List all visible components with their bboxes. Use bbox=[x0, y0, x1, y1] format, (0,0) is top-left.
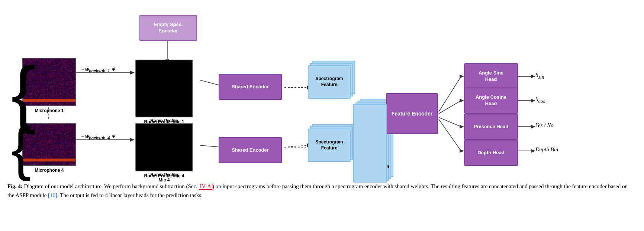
depth-head-label: Depth Head bbox=[477, 150, 504, 156]
svg-marker-19 bbox=[460, 75, 464, 78]
svg-marker-29 bbox=[531, 99, 535, 102]
svg-line-18 bbox=[439, 76, 461, 112]
angle-sine-head-label: Angle Sine Head bbox=[479, 70, 503, 83]
svg-marker-33 bbox=[531, 149, 535, 153]
spec-feature-2-box: Spectrogram Feature bbox=[308, 129, 351, 162]
empty-spec-encoder-label: Empty Spec. Encoder bbox=[154, 22, 183, 34]
shared-encoder-2-label: Shared Encoder bbox=[232, 147, 269, 154]
svg-line-24 bbox=[439, 119, 461, 151]
feature-encoder-label: Feature Encoder bbox=[392, 110, 432, 117]
room-profile-1-text: Room ProfileMic 1 bbox=[135, 118, 193, 129]
diagram-area: Empty Spec. Encoder Microphone 1 Microph… bbox=[7, 7, 637, 179]
output-theta-cos: θcos bbox=[535, 96, 545, 104]
svg-line-14 bbox=[284, 145, 308, 147]
spec-feature-1-box: Spectrogram Feature bbox=[308, 65, 351, 99]
feature-encoder-box: Feature Encoder bbox=[386, 93, 438, 134]
svg-marker-23 bbox=[460, 125, 464, 129]
presence-head-box: Presence Head bbox=[464, 114, 518, 140]
svg-marker-7 bbox=[130, 138, 135, 142]
svg-line-20 bbox=[439, 101, 461, 114]
output-yes-no: Yes / No bbox=[535, 122, 554, 129]
figure-caption: Fig. 4: Diagram of our model architectur… bbox=[7, 182, 632, 200]
svg-marker-5 bbox=[130, 71, 135, 75]
w-backsub-4-label: − wbacksub_4 ∗ bbox=[81, 133, 115, 140]
svg-marker-27 bbox=[531, 75, 535, 78]
output-theta-sin: θsin bbox=[535, 72, 544, 80]
angle-cosine-head-label: Angle Cosine Head bbox=[476, 94, 506, 107]
caption-link[interactable]: IV-A bbox=[199, 183, 212, 190]
svg-line-8 bbox=[200, 80, 221, 86]
shared-encoder-1-label: Shared Encoder bbox=[232, 84, 269, 90]
svg-marker-25 bbox=[460, 149, 464, 153]
svg-line-10 bbox=[200, 145, 221, 147]
brace2: { bbox=[11, 117, 31, 179]
room-profile-mic4-box bbox=[135, 123, 193, 171]
shared-encoder-1-box: Shared Encoder bbox=[219, 74, 282, 100]
caption-text-3: . The output is fed to 4 linear layer he… bbox=[57, 192, 203, 198]
caption-cite: [10] bbox=[48, 192, 57, 198]
room-profile-4-text: Room ProfileMic 4 bbox=[135, 172, 193, 183]
svg-line-22 bbox=[439, 117, 461, 127]
spec-feature-1-label: Spectrogram Feature bbox=[315, 76, 343, 88]
output-depth-bin: Depth Bin bbox=[535, 146, 558, 153]
depth-head-box: Depth Head bbox=[464, 140, 518, 166]
svg-marker-21 bbox=[460, 99, 464, 102]
angle-sine-head-box: Angle Sine Head bbox=[464, 63, 518, 89]
w-backsub-1-label: − wbacksub_1 ∗ bbox=[81, 66, 115, 73]
empty-spec-encoder-box: Empty Spec. Encoder bbox=[139, 15, 197, 41]
spec-feature-2-label: Spectrogram Feature bbox=[315, 139, 343, 151]
angle-cosine-head-box: Angle Cosine Head bbox=[464, 88, 518, 114]
shared-encoder-2-box: Shared Encoder bbox=[219, 137, 282, 163]
svg-marker-31 bbox=[531, 125, 535, 129]
presence-head-label: Presence Head bbox=[474, 124, 508, 130]
room-profile-mic1-box bbox=[135, 60, 193, 117]
caption-fig-label: Fig. 4: Diagram of our model architectur… bbox=[7, 183, 199, 189]
